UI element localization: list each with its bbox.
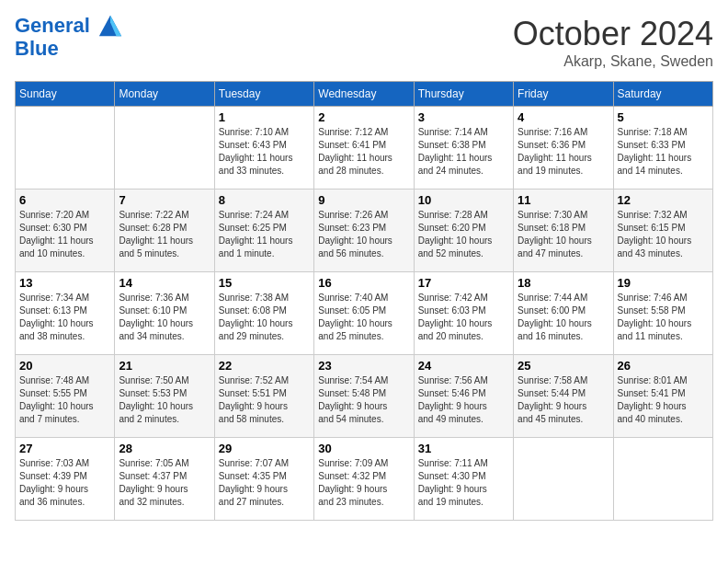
calendar-body: 1Sunrise: 7:10 AM Sunset: 6:43 PM Daylig… [16, 107, 713, 521]
calendar-day-cell: 27Sunrise: 7:03 AM Sunset: 4:39 PM Dayli… [16, 438, 115, 521]
day-number: 25 [518, 359, 609, 373]
day-info: Sunrise: 7:34 AM Sunset: 6:13 PM Dayligh… [19, 292, 110, 343]
calendar-day-cell [115, 107, 214, 190]
logo: General Blue [15, 15, 123, 60]
day-info: Sunrise: 7:56 AM Sunset: 5:46 PM Dayligh… [418, 374, 509, 426]
day-info: Sunrise: 7:14 AM Sunset: 6:38 PM Dayligh… [418, 126, 509, 178]
day-number: 31 [418, 442, 509, 455]
calendar-day-cell: 23Sunrise: 7:54 AM Sunset: 5:48 PM Dayli… [314, 355, 414, 438]
day-number: 15 [219, 276, 310, 290]
calendar-day-cell: 20Sunrise: 7:48 AM Sunset: 5:55 PM Dayli… [16, 355, 115, 438]
day-number: 2 [318, 110, 409, 124]
logo-icon [97, 12, 123, 38]
weekday-header-cell: Tuesday [214, 82, 313, 107]
weekday-header-cell: Friday [514, 82, 613, 107]
day-number: 21 [119, 359, 210, 373]
weekday-header-cell: Sunday [16, 82, 115, 107]
day-info: Sunrise: 7:40 AM Sunset: 6:05 PM Dayligh… [318, 292, 409, 343]
calendar-day-cell: 15Sunrise: 7:38 AM Sunset: 6:08 PM Dayli… [214, 272, 313, 355]
calendar-day-cell: 30Sunrise: 7:09 AM Sunset: 4:32 PM Dayli… [314, 438, 414, 521]
day-info: Sunrise: 7:58 AM Sunset: 5:44 PM Dayligh… [518, 374, 609, 426]
day-info: Sunrise: 7:03 AM Sunset: 4:39 PM Dayligh… [19, 457, 110, 509]
day-number: 16 [318, 276, 409, 290]
day-info: Sunrise: 7:44 AM Sunset: 6:00 PM Dayligh… [518, 292, 609, 343]
calendar-week-row: 20Sunrise: 7:48 AM Sunset: 5:55 PM Dayli… [16, 355, 713, 438]
day-info: Sunrise: 7:16 AM Sunset: 6:36 PM Dayligh… [518, 126, 609, 178]
day-info: Sunrise: 7:10 AM Sunset: 6:43 PM Dayligh… [219, 126, 310, 178]
day-number: 12 [618, 193, 709, 207]
day-number: 9 [318, 193, 409, 207]
day-number: 26 [618, 359, 709, 373]
day-number: 5 [618, 110, 709, 124]
calendar-subtitle: Akarp, Skane, Sweden [513, 53, 713, 70]
day-info: Sunrise: 7:28 AM Sunset: 6:20 PM Dayligh… [418, 209, 509, 260]
day-number: 27 [19, 442, 110, 455]
day-number: 19 [618, 276, 709, 290]
calendar-day-cell: 21Sunrise: 7:50 AM Sunset: 5:53 PM Dayli… [115, 355, 214, 438]
calendar-day-cell: 18Sunrise: 7:44 AM Sunset: 6:00 PM Dayli… [514, 272, 613, 355]
calendar-day-cell: 22Sunrise: 7:52 AM Sunset: 5:51 PM Dayli… [214, 355, 313, 438]
title-block: October 2024 Akarp, Skane, Sweden [513, 15, 713, 70]
day-number: 14 [119, 276, 210, 290]
day-number: 17 [418, 276, 509, 290]
calendar-day-cell: 25Sunrise: 7:58 AM Sunset: 5:44 PM Dayli… [514, 355, 613, 438]
calendar-day-cell: 8Sunrise: 7:24 AM Sunset: 6:25 PM Daylig… [214, 190, 313, 272]
day-number: 18 [518, 276, 609, 290]
calendar-day-cell: 19Sunrise: 7:46 AM Sunset: 5:58 PM Dayli… [613, 272, 712, 355]
day-info: Sunrise: 7:22 AM Sunset: 6:28 PM Dayligh… [119, 209, 210, 260]
day-number: 8 [219, 193, 310, 207]
calendar-day-cell: 16Sunrise: 7:40 AM Sunset: 6:05 PM Dayli… [314, 272, 414, 355]
day-number: 11 [518, 193, 609, 207]
calendar-day-cell: 10Sunrise: 7:28 AM Sunset: 6:20 PM Dayli… [414, 190, 513, 272]
calendar-week-row: 1Sunrise: 7:10 AM Sunset: 6:43 PM Daylig… [16, 107, 713, 190]
day-info: Sunrise: 7:52 AM Sunset: 5:51 PM Dayligh… [219, 374, 310, 426]
day-info: Sunrise: 7:38 AM Sunset: 6:08 PM Dayligh… [219, 292, 310, 343]
calendar-day-cell: 17Sunrise: 7:42 AM Sunset: 6:03 PM Dayli… [414, 272, 513, 355]
day-number: 24 [418, 359, 509, 373]
calendar-title: October 2024 [513, 15, 713, 53]
day-number: 7 [119, 193, 210, 207]
calendar-day-cell: 14Sunrise: 7:36 AM Sunset: 6:10 PM Dayli… [115, 272, 214, 355]
calendar-day-cell [613, 438, 712, 521]
calendar-day-cell: 1Sunrise: 7:10 AM Sunset: 6:43 PM Daylig… [214, 107, 313, 190]
day-info: Sunrise: 7:05 AM Sunset: 4:37 PM Dayligh… [119, 457, 210, 509]
calendar-week-row: 6Sunrise: 7:20 AM Sunset: 6:30 PM Daylig… [16, 190, 713, 272]
day-number: 22 [219, 359, 310, 373]
day-info: Sunrise: 7:26 AM Sunset: 6:23 PM Dayligh… [318, 209, 409, 260]
logo-line1: General [15, 14, 90, 37]
logo-line2: Blue [15, 37, 59, 60]
day-info: Sunrise: 7:20 AM Sunset: 6:30 PM Dayligh… [19, 209, 110, 260]
calendar-table: SundayMondayTuesdayWednesdayThursdayFrid… [15, 81, 713, 521]
calendar-week-row: 13Sunrise: 7:34 AM Sunset: 6:13 PM Dayli… [16, 272, 713, 355]
day-number: 10 [418, 193, 509, 207]
day-info: Sunrise: 7:54 AM Sunset: 5:48 PM Dayligh… [318, 374, 409, 426]
day-info: Sunrise: 7:07 AM Sunset: 4:35 PM Dayligh… [219, 457, 310, 509]
calendar-day-cell: 28Sunrise: 7:05 AM Sunset: 4:37 PM Dayli… [115, 438, 214, 521]
day-number: 23 [318, 359, 409, 373]
calendar-day-cell [514, 438, 613, 521]
day-number: 4 [518, 110, 609, 124]
calendar-week-row: 27Sunrise: 7:03 AM Sunset: 4:39 PM Dayli… [16, 438, 713, 521]
weekday-header-cell: Monday [115, 82, 214, 107]
day-number: 3 [418, 110, 509, 124]
day-info: Sunrise: 7:42 AM Sunset: 6:03 PM Dayligh… [418, 292, 509, 343]
day-info: Sunrise: 7:48 AM Sunset: 5:55 PM Dayligh… [19, 374, 110, 426]
day-info: Sunrise: 7:18 AM Sunset: 6:33 PM Dayligh… [618, 126, 709, 178]
page-header: General Blue October 2024 Akarp, Skane, … [15, 15, 713, 70]
day-number: 13 [19, 276, 110, 290]
day-number: 30 [318, 442, 409, 455]
calendar-day-cell: 11Sunrise: 7:30 AM Sunset: 6:18 PM Dayli… [514, 190, 613, 272]
calendar-day-cell: 26Sunrise: 8:01 AM Sunset: 5:41 PM Dayli… [613, 355, 712, 438]
calendar-day-cell: 7Sunrise: 7:22 AM Sunset: 6:28 PM Daylig… [115, 190, 214, 272]
day-info: Sunrise: 7:50 AM Sunset: 5:53 PM Dayligh… [119, 374, 210, 426]
day-info: Sunrise: 7:46 AM Sunset: 5:58 PM Dayligh… [618, 292, 709, 343]
calendar-day-cell: 4Sunrise: 7:16 AM Sunset: 6:36 PM Daylig… [514, 107, 613, 190]
calendar-day-cell: 2Sunrise: 7:12 AM Sunset: 6:41 PM Daylig… [314, 107, 414, 190]
day-info: Sunrise: 7:09 AM Sunset: 4:32 PM Dayligh… [318, 457, 409, 509]
calendar-day-cell: 12Sunrise: 7:32 AM Sunset: 6:15 PM Dayli… [613, 190, 712, 272]
calendar-day-cell: 9Sunrise: 7:26 AM Sunset: 6:23 PM Daylig… [314, 190, 414, 272]
day-number: 6 [19, 193, 110, 207]
calendar-day-cell: 29Sunrise: 7:07 AM Sunset: 4:35 PM Dayli… [214, 438, 313, 521]
day-number: 1 [219, 110, 310, 124]
weekday-header-cell: Saturday [613, 82, 712, 107]
